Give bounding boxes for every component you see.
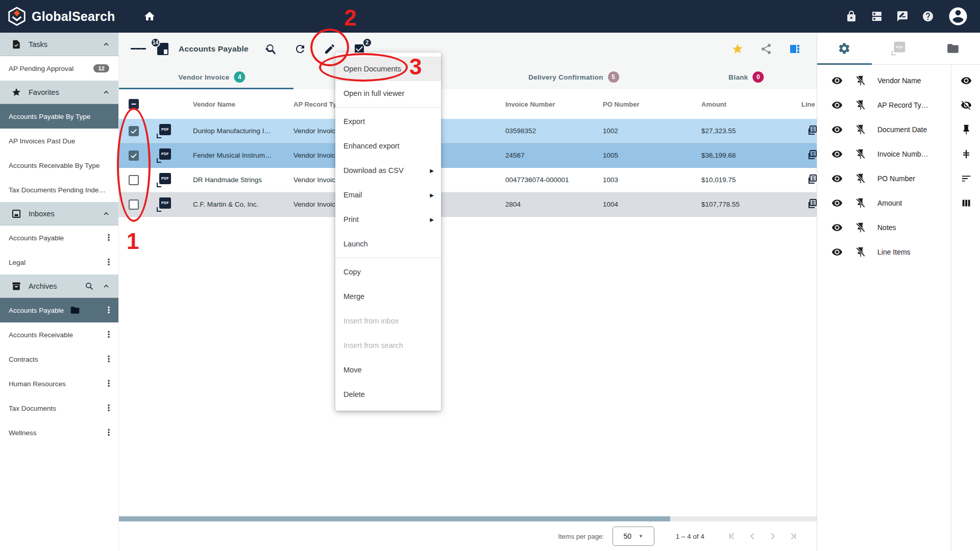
table-row[interactable]: PDF Fender Musical Instrum… Vendor Invoi… [119, 143, 817, 168]
row-checkbox[interactable] [129, 126, 139, 136]
first-page-button[interactable] [722, 526, 742, 546]
sidebar-item-archive-wellness[interactable]: Wellness ⋮ [0, 420, 118, 445]
sort-lines-icon[interactable] [951, 166, 980, 191]
more-options-icon[interactable]: ⋮ [104, 356, 113, 362]
select-all-checkbox[interactable] [129, 99, 139, 109]
menu-item-print[interactable]: Print ▶ [335, 207, 441, 232]
sidebar-item-archive-tax-documents[interactable]: Tax Documents ⋮ [0, 396, 118, 420]
section-header-inboxes[interactable]: Inboxes [0, 202, 118, 226]
more-options-icon[interactable]: ⋮ [104, 332, 113, 338]
pin-off-icon[interactable] [855, 99, 866, 111]
column-header-amount[interactable]: Amount [701, 101, 801, 108]
sidebar-item-accounts-payable-by-type[interactable]: Accounts Payable By Type [0, 104, 118, 129]
pin-off-icon[interactable] [855, 246, 866, 258]
menu-hamburger-icon[interactable] [131, 41, 146, 57]
chevron-up-icon[interactable] [102, 88, 110, 96]
sidebar-item-archive-human-resources[interactable]: Human Resources ⋮ [0, 371, 118, 396]
results-count-icon[interactable]: 14 [155, 41, 170, 57]
pin-icon[interactable] [951, 117, 980, 142]
pin-off-icon[interactable] [855, 222, 866, 233]
show-all-eye-icon[interactable] [951, 68, 980, 93]
chevron-up-icon[interactable] [102, 40, 110, 48]
pin-off-icon[interactable] [855, 124, 866, 135]
menu-item-copy[interactable]: Copy [335, 260, 441, 284]
more-options-icon[interactable]: ⋮ [104, 430, 113, 436]
menu-item-download-as-csv[interactable]: Download as CSV ▶ [335, 158, 441, 183]
menu-item-launch[interactable]: Launch [335, 232, 441, 256]
line-items-icon[interactable] [805, 197, 817, 210]
visibility-eye-icon[interactable] [831, 148, 843, 160]
sidebar-item-accounts-receivable-by-type[interactable]: Accounts Receivable By Type [0, 153, 118, 178]
share-icon[interactable] [758, 41, 774, 57]
tab-delivery-confirmation[interactable]: Delivery Confirmation 5 [528, 65, 619, 89]
section-header-archives[interactable]: Archives [0, 274, 118, 298]
pin-off-icon[interactable] [855, 148, 866, 160]
sidebar-item-archive-accounts-receivable[interactable]: Accounts Receivable ⋮ [0, 322, 118, 347]
row-checkbox[interactable] [129, 199, 139, 210]
visibility-eye-icon[interactable] [831, 197, 843, 209]
search-icon[interactable] [85, 282, 94, 291]
pin-off-icon[interactable] [855, 75, 866, 86]
menu-item-delete[interactable]: Delete [335, 382, 441, 407]
last-page-button[interactable] [783, 526, 803, 546]
columns-view-icon[interactable] [951, 191, 980, 215]
lock-icon[interactable] [845, 10, 857, 22]
tab-vendor-invoice[interactable]: Vendor Invoice 4 [178, 65, 245, 89]
sidebar-item-ap-invoices-past-due[interactable]: AP Invoices Past Due [0, 129, 118, 153]
menu-item-export[interactable]: Export [335, 109, 441, 134]
menu-item-email[interactable]: Email ▶ [335, 183, 441, 207]
page-size-select[interactable]: 50 ▼ [612, 527, 654, 546]
line-items-icon[interactable] [805, 148, 817, 161]
hide-all-eye-off-icon[interactable] [951, 93, 980, 117]
visibility-eye-icon[interactable] [831, 173, 843, 184]
table-row[interactable]: PDF Dunlop Manufacturing I… Vendor Invoi… [119, 119, 817, 143]
section-header-favorites[interactable]: Favorites [0, 81, 118, 104]
menu-item-open-documents[interactable]: Open Documents [335, 57, 441, 81]
column-header-invoice-number[interactable]: Invoice Number [505, 101, 603, 108]
scrollbar-thumb[interactable] [119, 516, 670, 521]
sidebar-item-archive-accounts-payable[interactable]: Accounts Payable ⋮ [0, 298, 118, 322]
rerun-search-icon[interactable] [263, 41, 278, 57]
menu-item-open-in-full-viewer[interactable]: Open in full viewer [335, 81, 441, 106]
user-avatar[interactable] [947, 6, 969, 27]
column-header-line-items[interactable]: Line Items [801, 101, 817, 108]
more-options-icon[interactable]: ⋮ [104, 307, 113, 313]
help-icon[interactable] [922, 10, 934, 22]
pdf-document-icon[interactable]: PDF [157, 124, 172, 138]
feedback-icon[interactable] [896, 10, 909, 22]
more-options-icon[interactable]: ⋮ [104, 259, 113, 265]
line-items-icon[interactable] [805, 124, 817, 136]
previous-page-button[interactable] [742, 526, 763, 546]
menu-item-enhanced-export[interactable]: Enhanced export [335, 134, 441, 158]
column-width-icon[interactable] [951, 142, 980, 166]
menu-item-move[interactable]: Move [335, 358, 441, 382]
horizontal-scrollbar[interactable] [119, 516, 817, 521]
home-icon[interactable] [143, 10, 156, 22]
table-row[interactable]: PDF DR Handmade Strings Vendor Invoice 0… [119, 168, 817, 192]
next-page-button[interactable] [763, 526, 783, 546]
pdf-document-icon[interactable]: PDF [157, 173, 172, 187]
visibility-eye-icon[interactable] [831, 246, 843, 258]
tab-document-preview[interactable]: PDF [871, 33, 925, 64]
more-options-icon[interactable]: ⋮ [104, 235, 113, 241]
more-options-icon[interactable]: ⋮ [104, 381, 113, 387]
more-options-icon[interactable]: ⋮ [104, 405, 113, 411]
line-items-icon[interactable] [805, 173, 817, 185]
sidebar-item-inbox-accounts-payable[interactable]: Accounts Payable ⋮ [0, 226, 118, 250]
visibility-eye-icon[interactable] [831, 99, 843, 111]
sidebar-item-archive-contracts[interactable]: Contracts ⋮ [0, 347, 118, 371]
sidebar-item-tax-documents-pending[interactable]: Tax Documents Pending Inde… [0, 178, 118, 202]
pin-off-icon[interactable] [855, 173, 866, 184]
row-checkbox[interactable] [129, 151, 139, 161]
menu-item-merge[interactable]: Merge [335, 284, 441, 309]
queues-icon[interactable] [871, 10, 883, 22]
tab-blank[interactable]: Blank 0 [728, 65, 764, 89]
refresh-icon[interactable] [292, 41, 308, 57]
pdf-document-icon[interactable]: PDF [157, 197, 172, 212]
visibility-eye-icon[interactable] [831, 75, 843, 86]
visibility-eye-icon[interactable] [831, 222, 843, 233]
chevron-up-icon[interactable] [102, 282, 110, 290]
split-view-icon[interactable] [787, 41, 802, 57]
section-header-tasks[interactable]: Tasks [0, 33, 118, 56]
pin-off-icon[interactable] [855, 197, 866, 209]
